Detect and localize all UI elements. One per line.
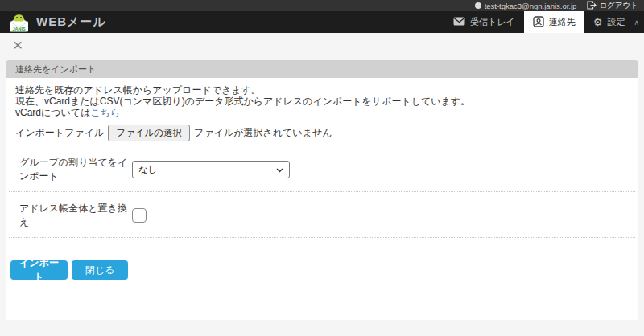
file-status-text: ファイルが選択されていません — [194, 126, 332, 140]
intro-line-1: 連絡先を既存のアドレス帳からアップロードできます。 — [15, 84, 638, 96]
action-buttons: インポート 閉じる — [6, 260, 638, 280]
vcard-prefix: vCardについては — [15, 107, 90, 118]
panel-title: 連絡先をインポート — [6, 60, 638, 78]
chevron-down-icon — [276, 165, 283, 174]
contacts-icon — [533, 16, 544, 29]
close-icon[interactable]: × — [13, 37, 23, 53]
app-title: WEBメール — [36, 14, 106, 30]
import-contacts-panel: 連絡先をインポート 連絡先を既存のアドレス帳からアップロードできます。 現在、v… — [6, 60, 638, 320]
janis-logo: JANIS — [8, 12, 30, 33]
nav-tabs: 受信トレイ 連絡先 ⚙ 設定 ∧ — [444, 11, 644, 33]
logout-button[interactable]: ログアウト — [587, 1, 638, 11]
chevron-up-icon[interactable]: ∧ — [634, 11, 644, 33]
divider — [9, 191, 635, 192]
replace-addressbook-row: アドレス帳全体と置き換え — [6, 202, 638, 229]
vcard-help-link[interactable]: こちら — [90, 107, 120, 118]
topbar: test-tgkac3@ngn.janis.or.jp ログアウト — [0, 0, 644, 11]
intro-text: 連絡先を既存のアドレス帳からアップロードできます。 現在、vCardまたはCSV… — [6, 84, 638, 118]
tab-settings-label: 設定 — [607, 16, 625, 28]
tab-contacts[interactable]: 連絡先 — [524, 11, 584, 33]
logout-icon — [587, 1, 597, 11]
inbox-icon — [453, 17, 465, 27]
choose-file-button[interactable]: ファイルの選択 — [108, 125, 190, 141]
tab-contacts-label: 連絡先 — [549, 16, 576, 28]
close-button[interactable]: 閉じる — [72, 260, 128, 280]
panel-body: 連絡先を既存のアドレス帳からアップロードできます。 現在、vCardまたはCSV… — [6, 84, 638, 280]
import-file-label: インポートファイル — [15, 126, 104, 140]
import-button[interactable]: インポート — [10, 260, 68, 280]
replace-addressbook-checkbox[interactable] — [132, 208, 147, 223]
tab-inbox[interactable]: 受信トレイ — [444, 11, 524, 33]
group-assign-label: グループの割り当てをインポート — [19, 156, 132, 183]
account-email: test-tgkac3@ngn.janis.or.jp — [485, 2, 577, 10]
import-file-row: インポートファイル ファイルの選択 ファイルが選択されていません — [6, 125, 638, 141]
account-info: test-tgkac3@ngn.janis.or.jp — [475, 2, 577, 10]
intro-line-3: vCardについてはこちら — [15, 107, 638, 118]
user-icon — [475, 2, 481, 9]
group-assign-select[interactable]: なし — [132, 161, 290, 178]
group-assign-row: グループの割り当てをインポート なし — [6, 156, 638, 183]
brand: JANIS WEBメール — [0, 11, 444, 33]
tab-inbox-label: 受信トレイ — [470, 16, 515, 28]
divider — [9, 237, 635, 238]
intro-line-2: 現在、vCardまたはCSV(コンマ区切り)のデータ形式からアドレスのインポート… — [15, 96, 638, 107]
gear-icon: ⚙ — [593, 17, 603, 27]
group-assign-selected-value: なし — [138, 164, 158, 176]
tab-settings[interactable]: ⚙ 設定 — [584, 11, 634, 33]
logout-label: ログアウト — [599, 1, 638, 11]
logo-text: JANIS — [12, 27, 26, 31]
replace-addressbook-label: アドレス帳全体と置き換え — [19, 202, 132, 229]
navbar: JANIS WEBメール 受信トレイ 連絡先 — [0, 11, 644, 33]
